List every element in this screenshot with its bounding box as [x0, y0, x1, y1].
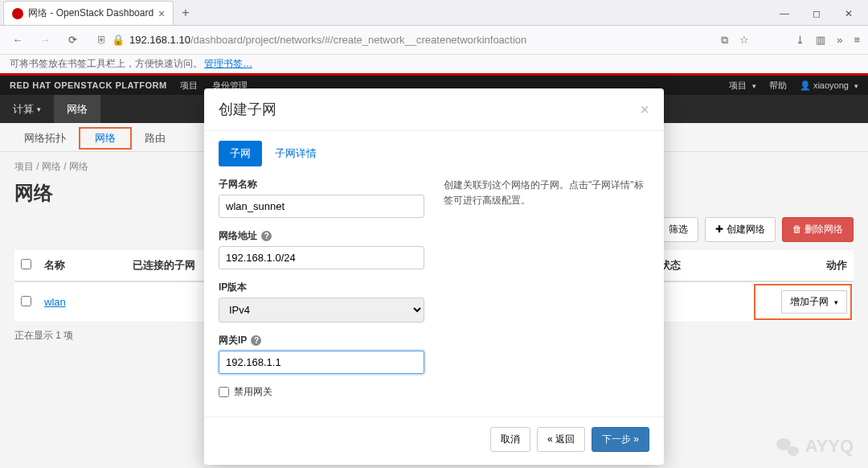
- favicon-icon: [12, 8, 23, 19]
- disable-gateway-checkbox[interactable]: [219, 387, 229, 397]
- tab-subnet-details[interactable]: 子网详情: [264, 141, 328, 166]
- select-all-checkbox[interactable]: [21, 259, 31, 269]
- browser-tab[interactable]: 网络 - OpenStack Dashboard ×: [3, 1, 174, 25]
- help-link[interactable]: 帮助: [769, 80, 787, 92]
- manage-bookmarks-link[interactable]: 管理书签…: [204, 57, 252, 71]
- label-subnet-name: 子网名称: [219, 178, 424, 191]
- tab-subnet[interactable]: 子网: [219, 141, 262, 166]
- chevron-down-icon: ▾: [834, 298, 838, 306]
- new-tab-button[interactable]: +: [174, 1, 197, 25]
- maximize-icon[interactable]: ◻: [800, 2, 833, 25]
- col-action: 动作: [757, 250, 854, 281]
- modal-help-text: 创建关联到这个网络的子网。点击"子网详情"标签可进行高级配置。: [444, 178, 649, 410]
- url-text: 192.168.1.10/dashboard/project/networks/…: [129, 34, 526, 46]
- nav-compute[interactable]: 计算 ▾: [0, 95, 54, 123]
- download-icon[interactable]: ⤓: [796, 34, 805, 46]
- subnet-form: 子网名称 网络地址 ? IP版本 IPv4 网关IP ? 禁用网关: [219, 178, 424, 410]
- library-icon[interactable]: ▥: [816, 34, 825, 46]
- lock-insecure-icon: 🔒: [112, 34, 125, 46]
- header-link-project[interactable]: 项目: [180, 80, 198, 92]
- modal-tabs: 子网 子网详情: [204, 131, 664, 166]
- close-tab-icon[interactable]: ×: [158, 7, 165, 20]
- wechat-icon: [776, 437, 799, 456]
- crumb-link[interactable]: 项目: [14, 161, 34, 172]
- create-subnet-modal: 创建子网 × 子网 子网详情 子网名称 网络地址 ? IP版本 IPv4 网关I…: [204, 88, 664, 465]
- window-controls: — ◻ ✕: [768, 2, 865, 25]
- help-icon[interactable]: ?: [261, 231, 272, 241]
- minimize-icon[interactable]: —: [768, 2, 800, 25]
- overflow-icon[interactable]: »: [837, 34, 842, 46]
- watermark: AYYQ: [776, 436, 854, 457]
- browser-tab-strip: 网络 - OpenStack Dashboard × + — ◻ ✕: [0, 0, 868, 26]
- reader-icon[interactable]: ⧉: [721, 34, 728, 47]
- network-address-input[interactable]: [219, 246, 424, 269]
- crumb-current: 网络: [69, 161, 88, 172]
- user-menu[interactable]: 👤 xiaoyong ▾: [800, 80, 858, 91]
- modal-title: 创建子网: [219, 100, 276, 119]
- brand-label: RED HAT OPENSTACK PLATFORM: [10, 80, 167, 90]
- col-name: 名称: [38, 250, 126, 281]
- address-bar-actions: ⧉ ☆ ⤓ ▥ » ≡: [721, 34, 860, 47]
- chevron-down-icon: ▾: [752, 82, 756, 90]
- filter-button[interactable]: 筛选: [658, 217, 698, 242]
- delete-network-button[interactable]: 🗑 删除网络: [782, 217, 854, 242]
- help-icon[interactable]: ?: [251, 335, 261, 346]
- subnav-networks[interactable]: 网络: [80, 123, 130, 151]
- bookmark-star-icon[interactable]: ☆: [739, 34, 749, 46]
- subnav-routers[interactable]: 路由: [130, 123, 180, 151]
- modal-close-icon[interactable]: ×: [640, 101, 649, 119]
- back-button-modal[interactable]: « 返回: [537, 427, 585, 452]
- modal-header: 创建子网 ×: [204, 88, 664, 131]
- bookmark-hint-bar: 可将书签放在书签工具栏上，方便快速访问。 管理书签…: [0, 55, 868, 76]
- address-bar: ← → ⟳ ⛨ 🔒 192.168.1.10/dashboard/project…: [0, 26, 868, 55]
- gateway-ip-input[interactable]: [219, 351, 424, 374]
- label-gateway-ip: 网关IP ?: [219, 334, 424, 347]
- row-checkbox[interactable]: [21, 296, 31, 306]
- create-network-button[interactable]: ✚ 创建网络: [705, 217, 775, 242]
- nav-network[interactable]: 网络: [54, 95, 100, 123]
- subnav-topology[interactable]: 网络拓扑: [10, 123, 80, 151]
- forward-button[interactable]: →: [35, 31, 55, 50]
- network-name-link[interactable]: wlan: [44, 296, 66, 308]
- project-menu[interactable]: 项目 ▾: [729, 80, 756, 92]
- ip-version-select[interactable]: IPv4: [219, 298, 424, 322]
- add-subnet-button[interactable]: 增加子网 ▾: [781, 290, 847, 314]
- menu-icon[interactable]: ≡: [854, 34, 860, 46]
- modal-footer: 取消 « 返回 下一步 »: [204, 417, 664, 465]
- label-ip-version: IP版本: [219, 281, 424, 294]
- back-button[interactable]: ←: [8, 31, 27, 50]
- shield-icon: ⛨: [96, 34, 107, 46]
- label-network-address: 网络地址 ?: [219, 229, 424, 243]
- next-button[interactable]: 下一步 »: [592, 427, 649, 452]
- subnet-name-input[interactable]: [219, 195, 424, 218]
- reload-button[interactable]: ⟳: [63, 31, 82, 50]
- chevron-down-icon: ▾: [37, 105, 41, 113]
- disable-gateway-checkbox-label[interactable]: 禁用网关: [219, 385, 424, 399]
- cancel-button[interactable]: 取消: [490, 427, 530, 452]
- close-window-icon[interactable]: ✕: [833, 2, 865, 25]
- url-field[interactable]: ⛨ 🔒 192.168.1.10/dashboard/project/netwo…: [90, 31, 713, 49]
- crumb-link[interactable]: 网络: [42, 161, 61, 172]
- chevron-down-icon: ▾: [854, 82, 858, 90]
- tab-title: 网络 - OpenStack Dashboard: [28, 6, 154, 20]
